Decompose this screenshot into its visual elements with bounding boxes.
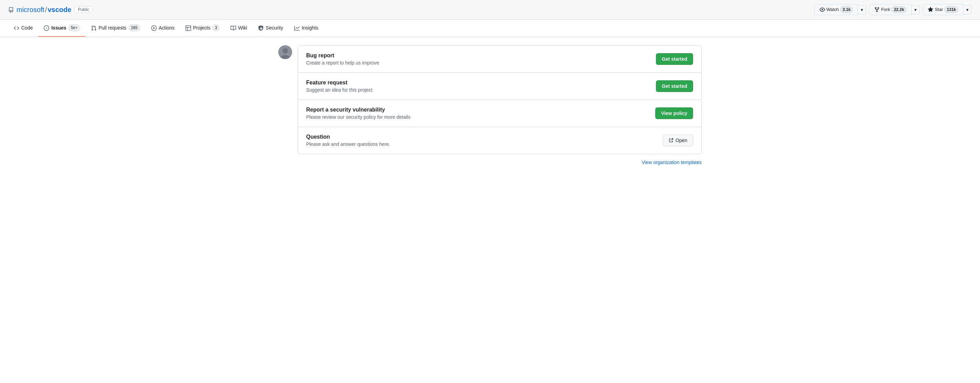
template-desc-question: Please ask and answer questions here. [306, 141, 390, 147]
footer-links: View organization templates [278, 154, 702, 165]
template-title-question: Question [306, 134, 390, 140]
tab-wiki-label: Wiki [238, 25, 247, 30]
page-header: microsoft/vscode Public Watch 3.1k ▾ For… [0, 0, 980, 19]
template-title-feature-request: Feature request [306, 80, 372, 86]
tab-actions[interactable]: Actions [146, 20, 180, 36]
repo-icon [8, 6, 14, 13]
svg-point-1 [282, 48, 288, 54]
security-view-policy-button[interactable]: View policy [655, 108, 693, 119]
tab-insights[interactable]: Insights [289, 20, 324, 36]
template-item-question: Question Please ask and answer questions… [298, 127, 701, 154]
tab-security[interactable]: Security [253, 20, 289, 36]
tab-projects[interactable]: Projects 3 [180, 19, 225, 37]
repo-title-area: microsoft/vscode Public [8, 6, 93, 14]
tab-projects-label: Projects [193, 25, 211, 30]
issues-icon [44, 25, 49, 31]
watch-button-group: Watch 3.1k ▾ [815, 4, 867, 15]
public-badge: Public [74, 6, 93, 13]
repo-owner-name[interactable]: microsoft/vscode [16, 6, 72, 14]
tab-issues-count: 5k+ [68, 24, 80, 31]
view-org-templates-link[interactable]: View organization templates [641, 160, 702, 165]
nav-tabs: Code Issues 5k+ Pull requests 285 Action… [0, 19, 980, 37]
template-info-security-vulnerability: Report a security vulnerability Please r… [306, 107, 410, 120]
template-desc-security-vulnerability: Please review our security policy for mo… [306, 114, 410, 120]
tab-pull-requests-label: Pull requests [99, 25, 126, 30]
tab-issues-label: Issues [51, 25, 66, 30]
tab-pr-count: 285 [129, 24, 140, 31]
star-button-group: Star 131k ▾ [923, 4, 972, 15]
pull-requests-icon [91, 25, 97, 31]
tab-code[interactable]: Code [8, 20, 38, 36]
template-list: Bug report Create a report to help us im… [298, 45, 702, 154]
main-content: Bug report Create a report to help us im… [270, 37, 710, 173]
insights-icon [294, 25, 300, 31]
template-title-bug-report: Bug report [306, 52, 379, 59]
fork-button[interactable]: Fork 22.2k [869, 4, 912, 15]
template-desc-bug-report: Create a report to help us improve [306, 60, 379, 66]
tab-security-label: Security [266, 25, 283, 30]
star-dropdown[interactable]: ▾ [964, 5, 972, 14]
security-icon [258, 25, 264, 31]
tab-issues[interactable]: Issues 5k+ [38, 19, 85, 37]
template-info-question: Question Please ask and answer questions… [306, 134, 390, 147]
template-desc-feature-request: Suggest an idea for this project [306, 87, 372, 93]
repo-separator: / [45, 6, 47, 13]
template-list-wrapper: Bug report Create a report to help us im… [278, 45, 702, 154]
header-actions: Watch 3.1k ▾ Fork 22.2k ▾ Star [815, 4, 972, 15]
template-item-feature-request: Feature request Suggest an idea for this… [298, 73, 701, 100]
projects-icon [186, 25, 191, 31]
template-item-bug-report: Bug report Create a report to help us im… [298, 46, 701, 73]
wiki-icon [231, 25, 236, 31]
code-icon [14, 25, 19, 31]
bug-report-get-started-button[interactable]: Get started [656, 53, 693, 65]
template-item-security-vulnerability: Report a security vulnerability Please r… [298, 100, 701, 127]
template-info-bug-report: Bug report Create a report to help us im… [306, 52, 379, 66]
tab-pull-requests[interactable]: Pull requests 285 [86, 19, 146, 37]
actions-icon [151, 25, 157, 31]
question-open-button[interactable]: Open [663, 135, 693, 146]
tab-insights-label: Insights [302, 25, 318, 30]
avatar [278, 45, 292, 59]
watch-dropdown[interactable]: ▾ [858, 5, 866, 14]
feature-request-get-started-button[interactable]: Get started [656, 80, 693, 92]
tab-actions-label: Actions [159, 25, 175, 30]
fork-button-group: Fork 22.2k ▾ [869, 4, 920, 15]
template-info-feature-request: Feature request Suggest an idea for this… [306, 80, 372, 93]
tab-projects-count: 3 [212, 24, 220, 31]
external-link-icon [669, 138, 673, 143]
star-button[interactable]: Star 131k [923, 4, 964, 15]
avatar-image [278, 45, 292, 59]
tab-code-label: Code [21, 25, 33, 30]
tab-wiki[interactable]: Wiki [225, 20, 253, 36]
watch-button[interactable]: Watch 3.1k [815, 4, 858, 15]
template-title-security-vulnerability: Report a security vulnerability [306, 107, 410, 113]
fork-dropdown[interactable]: ▾ [912, 5, 920, 14]
